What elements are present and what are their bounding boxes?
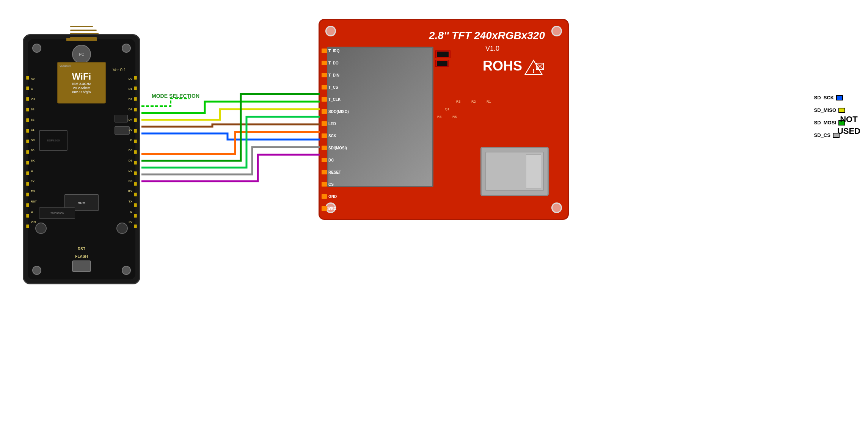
tft-pin-label-t-do: T_DO [328,61,339,65]
sd-miso-label: SD_MISO [814,107,836,113]
rpin-g2: G [128,210,132,213]
rpin-d4: D4 [128,118,132,121]
tft-pin-t-din: T_DIN [322,73,349,77]
tft-pin-reset: RESET [322,170,349,174]
lpin-dot-2 [26,86,29,90]
wire-g-gnd [141,147,320,174]
lpin-a0: A0 [31,77,37,80]
tft-pin-label-gnd: GND [328,195,337,199]
tft-hole-tl [325,26,336,36]
tft-pin-label-reset: RESET [328,170,341,174]
ver-label: Ver 0.1 [113,67,126,72]
rohs-label: ROHS [483,58,522,74]
lpin-dot-6 [26,129,29,133]
lpin-dot-15 [26,224,29,228]
lpin-en: EN [31,190,37,193]
lpin-dot-14 [26,214,29,218]
sd-mosi-label: SD_MOSI [814,120,836,126]
tft-pin-label-t-din: T_DIN [328,73,339,77]
hole-top-right [122,44,131,53]
tft-pin-dc: DC [322,158,349,162]
flash-label: FLASH [75,254,88,259]
rpin-dot-1 [134,76,137,80]
rpin-dot-4 [134,108,137,111]
r5-label: R5 [452,115,457,119]
rpin-dot-13 [134,203,137,207]
hole-top-left [32,44,41,53]
rpin-d0: D0 [128,77,132,80]
sd-miso-legend: SD_MISO [814,107,845,113]
tft-pin-gnd: GND [322,194,349,199]
lpin-dot-11 [26,182,29,186]
rpin-rx: RX [128,190,132,193]
lpin-vin: VIN [31,220,37,224]
rpin-d3: D3 [128,108,132,111]
wire-d2-sck [141,109,320,120]
sd-card-inner [485,152,544,191]
rpin-dot-14 [134,214,137,218]
esp-chip: ESP8266 [39,130,67,151]
tft-pin-sdi: SDI(MOSI) [322,146,349,150]
wifi-sub: ISM 2.4GHzPA 2.5dBm802.11b/g/n [72,82,91,94]
rpin-d7: D7 [128,169,132,173]
tft-title: 2.8'' TFT 240xRGBx320 [429,30,545,42]
rpin-dot-12 [134,193,137,196]
r3-label: R3 [456,100,461,104]
rpin-dot-2 [134,86,137,90]
rst-label: RST [78,247,85,251]
right-edge-pins [134,76,137,228]
tft-pin-vcc: VCC [322,206,349,211]
small-chip-2 [115,126,130,135]
tft-pin-label-sdi: SDI(MOSI) [328,146,347,150]
flash-button[interactable] [116,223,128,234]
rpin-dot-11 [134,182,137,186]
lpin-dot-13 [26,203,29,207]
lpin-dot-12 [26,193,29,196]
rpin-dot-8 [134,150,137,154]
rpin-d6: D6 [128,159,132,162]
left-edge-pins [26,76,29,228]
rohs-icon: ! [522,56,545,79]
wire-d3-dc [141,124,320,127]
tft-pin-label-t-cs: T_CS [328,85,338,89]
lpin-dot-5 [26,118,29,122]
wire-mode-sel [141,99,190,106]
tft-pin-label-dc: DC [328,158,334,162]
lpin-dot-8 [26,150,29,154]
tft-pin-t-clk: T_CLK [322,97,349,102]
r1-label: R1 [487,100,491,104]
right-pin-labels: D0 D1 D2 D3 D4 3V G D5 D6 D7 D8 RX TX G … [128,77,132,224]
lpin-dot-10 [26,171,29,175]
lpin-dot-9 [26,161,29,165]
lpin-dot-7 [26,140,29,143]
wire-d1-led [141,102,320,113]
rpin-dot-15 [134,224,137,228]
tft-board: 2.8'' TFT 240xRGBx320 V1.0 ROHS ! T_IR [319,19,569,220]
sd-card-slot [480,147,549,196]
tft-pin-t-cs: T_CS [322,85,349,89]
rpin-d8: D8 [128,179,132,183]
lpin-sk: SK [31,159,37,162]
tft-pin-label-sdo: SDO(MISO) [328,110,349,114]
nodemcu-board: Ver 0.1 FC VENDOR WiFi ISM 2.4GHzPA 2.5d… [23,34,140,284]
rpin-dot-7 [134,140,137,143]
usb-port[interactable] [72,260,91,272]
q1-label: Q1 [445,107,449,111]
rst-button[interactable] [35,223,47,234]
serial-chip: 220599000 [39,207,75,219]
wifi-antenna [66,26,97,41]
lpin-g3: G [31,210,37,213]
spi-label: SPI [327,206,334,211]
tft-pin-dot [322,49,327,53]
hdm-label: HDM [78,201,86,205]
small-chip-1 [115,115,128,122]
tft-pin-led: LED [322,121,349,126]
tft-hole-tr [551,26,562,36]
rpin-tx: TX [128,200,132,203]
tft-pin-label-t-clk: T_CLK [328,97,341,102]
rpin-dot-5 [134,118,137,122]
r6-label: R6 [437,115,442,119]
tft-component-1 [435,50,450,58]
tft-pin-label-cs: CS [328,182,334,187]
tft-pin-t-irq: T_IRQ [322,49,349,53]
